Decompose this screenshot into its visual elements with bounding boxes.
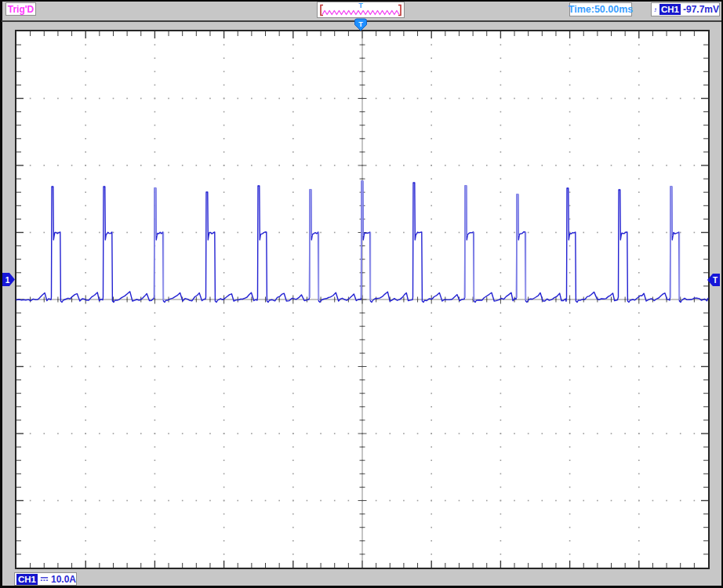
channel1-position-marker[interactable]: 1 (2, 273, 15, 286)
waveform-display: 1 T T (0, 0, 723, 588)
oscilloscope-screen: Trig'D T Time:50.00ms CH1 -97.7mV 1 T T (0, 0, 723, 588)
trigger-level-label: T (713, 276, 718, 285)
channel1-badge: CH1 (16, 574, 38, 585)
dc-coupling-icon (40, 575, 49, 583)
channel1-readout[interactable]: CH1 10.0A (14, 572, 77, 586)
channel1-scale-value: 10.0A (51, 574, 76, 585)
trigger-position-marker[interactable]: T (355, 19, 367, 31)
trigger-position-label: T (358, 20, 363, 28)
channel1-position-label: 1 (5, 276, 10, 285)
